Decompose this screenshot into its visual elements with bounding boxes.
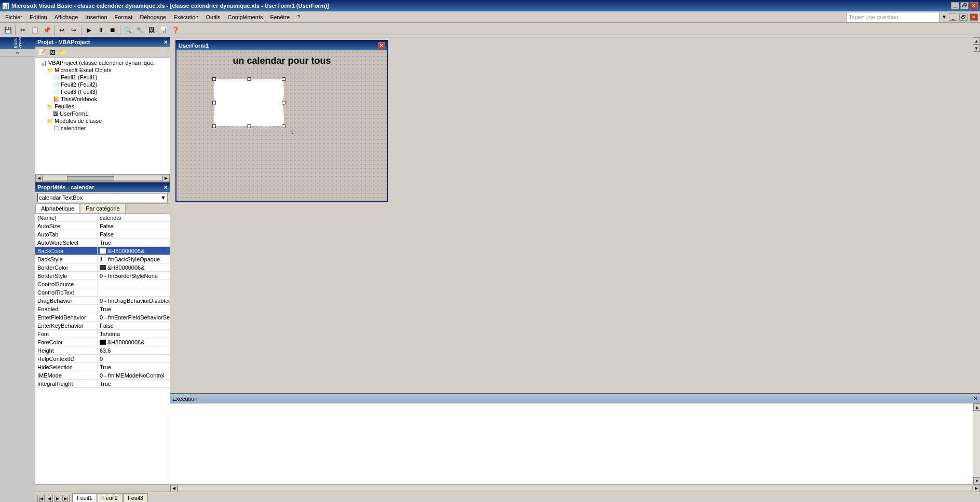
prop-row-height[interactable]: Height 63,6 [35,346,170,355]
toolbar-run[interactable]: ▶ [83,24,94,36]
project-tree[interactable]: 📊 VBAProject (classe calendrier dynamiqu… [35,58,170,174]
prop-row-borderstyle[interactable]: BorderStyle 0 - fmBorderStyleNone [35,272,170,280]
tab-nav-prev[interactable]: ◀ [46,495,53,502]
prop-row-font[interactable]: Font Tahoma [35,330,170,338]
handle-br[interactable] [282,124,285,128]
minimize-button[interactable]: _ [951,2,959,9]
handle-ml[interactable] [212,101,216,105]
exec-hscroll-track[interactable] [178,486,973,491]
handle-bc[interactable] [247,124,251,128]
excel-tab-feuil2[interactable]: Feuil2 [98,493,122,502]
tab-nav-last[interactable]: ▶| [62,495,70,502]
project-view-object[interactable]: 🖼 [48,48,57,57]
project-view-code[interactable]: 📝 [37,48,47,57]
toolbar-redo[interactable]: ↪ [68,24,79,36]
tree-excel-objects[interactable]: 📁 Microsoft Excel Objets [36,66,169,74]
designer-scroll-down[interactable]: ▼ [973,45,980,52]
prop-row-dragbehavior[interactable]: DragBehavior 0 - fmDragBehaviorDisabled [35,297,170,305]
prop-row-integralheight[interactable]: IntegralHeight True [35,380,170,388]
tree-modules[interactable]: 📁 Modules de classe [36,117,169,124]
tree-feuil1[interactable]: 📄 Feuil1 (Feuil1) [36,74,169,81]
menu-fichier[interactable]: Fichier [2,13,25,21]
project-toggle-folders[interactable]: 📁 [58,48,67,57]
handle-tr[interactable] [282,77,285,81]
form-designer-area[interactable]: UserForm1 ✕ un calendar pour tous [170,37,980,393]
toolbar-paste[interactable]: 📌 [41,24,52,36]
close-button[interactable]: ✕ [970,2,978,9]
textbox-container[interactable] [214,79,284,127]
menu-execution[interactable]: Exécution [170,13,201,21]
menu-help[interactable]: ? [294,13,303,21]
hscroll-left[interactable]: ◀ [35,175,43,182]
menu-affichage[interactable]: Affichage [51,13,81,21]
toolbar-undo[interactable]: ↩ [56,24,67,36]
prop-row-forecolor[interactable]: ForeColor &H80000008& [35,338,170,346]
toolbar-find[interactable]: 🔍 [122,24,133,36]
vba-close[interactable]: ✕ [970,13,978,21]
toolbar-pause[interactable]: ⏸ [95,24,106,36]
restore-button[interactable]: 🗗 [960,2,969,9]
toolbar-stop[interactable]: ⏹ [107,24,118,36]
menu-fenetre[interactable]: Fenêtre [267,13,293,21]
toolbar-help[interactable]: ❓ [170,24,181,36]
exec-scroll-down[interactable]: ▼ [973,477,980,484]
userform-window[interactable]: UserForm1 ✕ un calendar pour tous [175,40,388,202]
toolbar-chart[interactable]: 📊 [158,24,169,36]
exec-hscroll-left[interactable]: ◀ [170,485,178,492]
prop-row-bordercolor[interactable]: BorderColor &H80000006& [35,263,170,272]
hscroll-right[interactable]: ▶ [162,175,170,182]
prop-table[interactable]: (Name) calendar AutoSize False AutoTab F… [35,214,170,484]
handle-tc[interactable] [247,77,251,81]
hscroll-thumb[interactable] [67,176,115,180]
toolbar-save[interactable]: 💾 [2,24,13,36]
toolbar-debug[interactable]: 🔧 [134,24,145,36]
question-dropdown[interactable]: ▼ [942,14,947,20]
vba-minimize[interactable]: _ [949,13,957,21]
menu-insertion[interactable]: Insertion [82,13,110,21]
excel-tab-feuil1[interactable]: Feuil1 [72,493,97,502]
prop-row-enterkeybehavior[interactable]: EnterKeyBehavior False [35,322,170,330]
tree-thisworkbook[interactable]: 📔 ThisWorkbook [36,95,169,103]
prop-row-name[interactable]: (Name) calendar [35,214,170,222]
prop-row-hideselection[interactable]: HideSelection True [35,363,170,371]
toolbar-copy[interactable]: 📋 [29,24,40,36]
prop-row-autowordselect[interactable]: AutoWordSelect True [35,239,170,247]
exec-panel-close[interactable]: ✕ [973,395,978,402]
properties-panel-close[interactable]: ✕ [164,185,168,190]
userform-label-control[interactable]: un calendar pour tous [233,55,331,66]
prop-row-enabled[interactable]: Enabled True [35,305,170,313]
toolbar-cut[interactable]: ✂ [17,24,29,36]
prop-row-backcolor[interactable]: BackColor &H80000005& [35,247,170,255]
menu-debogage[interactable]: Débogage [137,13,169,21]
excel-tab-feuil3[interactable]: Feuil3 [123,493,148,502]
exec-hscroll-right[interactable]: ▶ [973,485,980,492]
project-panel-close[interactable]: ✕ [164,39,168,45]
tab-nav-next[interactable]: ▶ [54,495,61,502]
prop-row-helpcontextid[interactable]: HelpContextID 0 [35,355,170,363]
tree-feuil3[interactable]: 📄 Feuil3 (Feuil3) [36,88,169,95]
prop-control-select[interactable]: calendar TextBox ▼ [37,193,168,202]
prop-row-autosize[interactable]: AutoSize False [35,222,170,230]
designer-vscroll[interactable]: ▲ ▼ [973,37,980,393]
menu-format[interactable]: Format [112,13,136,21]
project-hscroll[interactable]: ◀ ▶ [35,174,170,182]
prop-row-backstyle[interactable]: BackStyle 1 - fmBackStyleOpaque [35,255,170,263]
hscroll-track[interactable] [43,176,162,181]
menu-outils[interactable]: Outils [202,13,223,21]
vba-restore[interactable]: 🗗 [959,13,968,21]
tree-vbaproject[interactable]: 📊 VBAProject (classe calendrier dynamiqu… [36,59,169,66]
prop-row-autotab[interactable]: AutoTab False [35,230,170,239]
tree-calendrier[interactable]: 📋 calendrier [36,124,169,132]
exec-scroll-up[interactable]: ▲ [973,403,980,411]
prop-row-imemode[interactable]: IMEMode 0 - fmIMEModeNoControl [35,371,170,380]
tree-feuil2[interactable]: 📄 Feuil2 (Feuil2) [36,81,169,88]
prop-tab-categories[interactable]: Par catégorie [80,204,125,213]
handle-mr[interactable] [282,101,285,105]
tree-userform1[interactable]: 🖼 UserForm1 [36,110,169,117]
prop-row-controlsource[interactable]: ControlSource [35,280,170,288]
textbox-control[interactable] [214,79,284,127]
handle-bl[interactable] [212,124,216,128]
tab-nav-first[interactable]: |◀ [37,495,45,502]
userform-close[interactable]: ✕ [378,42,385,49]
prop-tab-alphabetique[interactable]: Alphabétique [35,204,80,213]
